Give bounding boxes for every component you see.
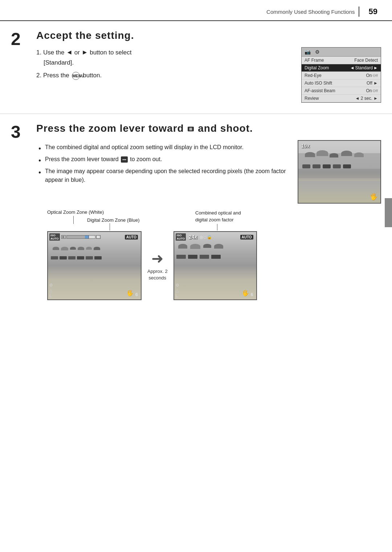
bullet-list: The combined digital and optical zoom se… (36, 143, 289, 185)
lcd-u4 (78, 247, 84, 250)
ru2 (190, 244, 200, 249)
digital-zone-fill (85, 236, 88, 238)
umbrella-3 (330, 153, 338, 158)
step-2-suffix: button. (83, 72, 102, 79)
wide-icon: ▤ (62, 236, 65, 238)
lcd-top-bar-left: ISOAUTO ▤ (49, 233, 139, 241)
auto-badge-right: AUTO (240, 235, 253, 240)
hand-icon-right: 🖐 (242, 290, 249, 297)
header-text: Commonly Used Shooting Functions (266, 9, 355, 15)
arrow-right-icon: ► (373, 65, 378, 70)
beach-photo-area: 19x 🖐 (298, 140, 381, 204)
zoom-out-icon: ▪▪▪ (121, 156, 128, 163)
beach-scene-bg (298, 141, 380, 203)
square-icon: □ (204, 235, 207, 239)
rec-icon: ⊙ (49, 283, 53, 287)
lcd-iso-badge: ISOAUTO (49, 233, 60, 241)
lcd-u6 (94, 247, 100, 250)
section-2-text: 1. Use the ◄ or ► button to select [Stan… (36, 47, 283, 82)
menu-row-review: Review ◄ 2 sec. ► (302, 95, 381, 102)
digital-line (110, 223, 110, 230)
iso-label: Auto ISO Shift (305, 81, 332, 86)
diagrams-area: Optical Zoom Zone (White) Digital Zoom Z… (36, 209, 381, 300)
combined-line (217, 224, 217, 230)
bat-icon-r: △ (176, 288, 179, 293)
page-header: Commonly Used Shooting Functions 59 (0, 0, 392, 21)
digital-zoom-value: ◄ Standard ► (350, 65, 378, 70)
hand-icon-left: 🖐 (126, 290, 134, 297)
ru4 (214, 244, 223, 249)
bullet-1-text: The combined digital and optical zoom se… (45, 144, 244, 150)
lcd-u5 (86, 247, 92, 250)
right-arrow-large-icon: ➜ (151, 250, 164, 267)
chair-5 (343, 164, 351, 168)
section-2-layout: 1. Use the ◄ or ► button to select [Stan… (36, 47, 381, 103)
lc3 (68, 256, 75, 259)
auto-badge-left: AUTO (125, 235, 138, 240)
menu-row-red-eye: Red-Eye On Off (302, 72, 381, 79)
lcd-right-umbrellas (178, 244, 244, 249)
zoom-indicator (89, 236, 89, 238)
chair-3 (323, 164, 331, 168)
lcd-iso-right: ISOAUTO (176, 233, 186, 241)
menu-row-digital-zoom: Digital Zoom ◄ Standard ► (302, 64, 381, 72)
lcd-u1 (53, 247, 59, 250)
right-arrow-icon: ► (82, 49, 88, 56)
section-3: 3 Press the zoom lever toward ⊞ and shoo… (0, 114, 392, 311)
zoom-24x-label: 24x (189, 234, 197, 240)
labels-row: Optical Zoom Zone (White) Digital Zoom Z… (47, 209, 381, 230)
lc4 (77, 256, 84, 259)
section-3-content: Press the zoom lever toward ⊞ and shoot.… (33, 123, 381, 300)
combined-label: Combined optical anddigital zoom factor (195, 210, 241, 222)
left-arrow-icon: ◄ (66, 49, 73, 56)
camera-menu-rows: AF Frame Face Detect Digital Zoom ◄ Stan… (302, 57, 381, 102)
bullet-2-text: Press the zoom lever toward ▪▪▪ to zoom … (45, 156, 162, 162)
right-top-icons: ◎ □ 🔒 (200, 235, 212, 240)
arrow-approx: ➜ Approx. 2seconds (147, 250, 168, 281)
lcd-u3 (70, 247, 76, 250)
step-1-text: 1. Use the ◄ or ► button to select [Stan… (36, 47, 283, 68)
ru3 (203, 244, 211, 248)
ru1 (178, 244, 187, 249)
section-2-title: Accept the setting. (36, 30, 381, 41)
off-strikethrough: Off (373, 73, 378, 78)
section-2-content: Accept the setting. 1. Use the ◄ or ► bu… (33, 30, 381, 103)
rc3 (200, 255, 209, 259)
step-2-text: 2. Press the MENU button. (36, 70, 283, 80)
zoom-bar-left-icon: ▤ (61, 235, 66, 239)
bullet-3: The image may appear coarse depending up… (36, 167, 289, 185)
camera-tab-icon: 📷 (305, 49, 311, 55)
review-label: Review (305, 96, 319, 101)
lock-icon: 🔒 (207, 235, 212, 240)
lcd-top-left-icons: ISOAUTO (49, 233, 60, 241)
step-1-suffix: button to select (90, 49, 131, 56)
settings-tab-icon: ⚙ (315, 49, 320, 55)
rc4 (211, 255, 221, 259)
digital-zoom-label: Digital Zoom (305, 65, 329, 70)
lcd-right-chairs (176, 255, 253, 259)
bullet-1: The combined digital and optical zoom se… (36, 143, 289, 152)
chair-4 (333, 164, 341, 168)
tele-icon: ⬜ (97, 236, 100, 238)
lcd-number-right: 6 (250, 292, 253, 297)
optical-line (73, 216, 74, 224)
section-3-title-text: Press the zoom lever toward (36, 123, 187, 134)
section-2-number: 2 (11, 30, 33, 103)
lc1 (51, 256, 58, 259)
camera-menu-panel: 📷 ⚙ AF Frame Face Detect Digital Zoom ◄ … (301, 47, 381, 103)
review-value: ◄ 2 sec. ► (355, 96, 378, 101)
circle-icon: ◎ (200, 235, 203, 240)
menu-row-iso: Auto ISO Shift Off ► (302, 79, 381, 87)
iso-value: Off ► (367, 81, 378, 86)
right-labels: Combined optical anddigital zoom factor (195, 209, 275, 223)
zoom-19x-label: 19x (301, 143, 310, 149)
umbrella-2 (317, 150, 328, 156)
chairs-row (302, 164, 372, 168)
zoom-icon: ⊞ (188, 127, 194, 131)
digital-zone-label: Digital Zoom Zone (Blue) (87, 217, 140, 223)
lc5 (86, 256, 93, 259)
page-number: 59 (369, 7, 377, 16)
step-1-prefix: 1. Use the (36, 49, 66, 56)
af-beam-value: On Off (366, 88, 378, 93)
camera-panel-header: 📷 ⚙ (302, 48, 381, 57)
